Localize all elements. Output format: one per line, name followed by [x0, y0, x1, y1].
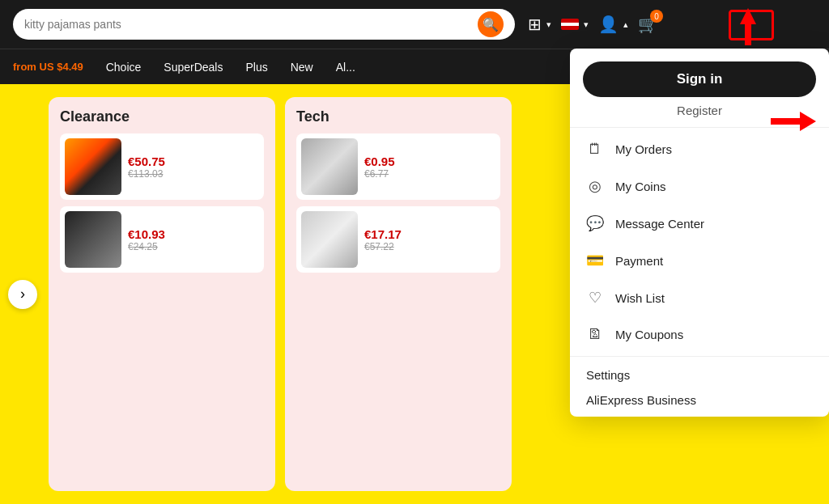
menu-item-label: Payment: [615, 254, 663, 268]
cart-badge: 0: [650, 10, 663, 23]
coins-icon: ◎: [586, 177, 604, 195]
price-new: €17.17: [364, 227, 402, 241]
coupons-icon: 🖻: [586, 326, 604, 343]
clearance-card-title: Clearance: [60, 108, 264, 125]
user-dropdown-menu: Sign in Register 🗒 My Orders ◎ My Coins …: [570, 49, 829, 417]
menu-item-label: My Orders: [615, 142, 672, 156]
search-icon: 🔍: [483, 17, 499, 32]
qr-chevron-icon: ▾: [546, 19, 551, 30]
product-image: [65, 211, 121, 268]
signin-button[interactable]: Sign in: [583, 61, 816, 97]
clearance-card: Clearance €50.75 €113.03 €10.93 €24.25: [49, 97, 275, 491]
nav-item-superdeals[interactable]: SuperDeals: [164, 61, 223, 74]
price-new: €10.93: [128, 227, 165, 241]
search-input[interactable]: [24, 18, 478, 31]
divider-2: [570, 356, 829, 357]
language-button[interactable]: ▾: [561, 19, 589, 30]
menu-item-wish-list[interactable]: ♡ Wish List: [570, 279, 829, 316]
price-old: €6.77: [364, 168, 395, 180]
price-block: €10.93 €24.25: [128, 227, 165, 252]
carousel-next-button[interactable]: ›: [8, 280, 37, 309]
search-bar: 🔍: [13, 9, 515, 40]
search-button[interactable]: 🔍: [478, 11, 504, 37]
menu-item-my-coupons[interactable]: 🖻 My Coupons: [570, 316, 829, 353]
menu-item-label: Message Center: [615, 217, 704, 231]
tech-items: €0.95 €6.77 €17.17 €57.22: [296, 133, 500, 273]
nav-price: from US $4.49: [13, 61, 83, 73]
list-item[interactable]: €10.93 €24.25: [60, 206, 264, 273]
clearance-items: €50.75 €113.03 €10.93 €24.25: [60, 133, 264, 273]
user-button[interactable]: 👤 ▴: [598, 15, 628, 34]
menu-item-label: Settings: [586, 368, 630, 382]
menu-item-label: My Coins: [615, 180, 666, 193]
menu-item-payment[interactable]: 💳 Payment: [570, 242, 829, 279]
header: 🔍 ⊞ ▾ ▾ 👤 ▴ 🛒 0: [0, 0, 829, 49]
product-image: [301, 211, 358, 268]
price-old: €113.03: [128, 168, 165, 180]
price-old: €57.22: [364, 241, 402, 252]
price-block: €50.75 €113.03: [128, 155, 165, 180]
menu-item-label: AliExpress Business: [586, 393, 696, 407]
menu-item-aliexpress-business[interactable]: AliExpress Business: [570, 385, 829, 410]
message-icon: 💬: [586, 214, 604, 232]
nav-item-new[interactable]: New: [291, 61, 313, 74]
product-image: [301, 138, 358, 195]
nav-item-plus[interactable]: Plus: [245, 61, 267, 74]
divider: [570, 127, 829, 128]
list-item[interactable]: €0.95 €6.77: [296, 133, 500, 200]
menu-item-message-center[interactable]: 💬 Message Center: [570, 205, 829, 242]
menu-item-my-coins[interactable]: ◎ My Coins: [570, 167, 829, 205]
list-item[interactable]: €17.17 €57.22: [296, 206, 500, 273]
menu-item-settings[interactable]: Settings: [570, 360, 829, 385]
user-chevron-icon: ▴: [623, 19, 628, 30]
price-new: €50.75: [128, 155, 165, 168]
list-item[interactable]: €50.75 €113.03: [60, 133, 264, 200]
orders-icon: 🗒: [586, 141, 604, 158]
price-new: €0.95: [364, 155, 395, 168]
cart-button[interactable]: 🛒 0: [638, 15, 658, 34]
price-block: €0.95 €6.77: [364, 155, 395, 180]
price-old: €24.25: [128, 241, 165, 252]
user-icon: 👤: [598, 15, 619, 34]
nav-item-choice[interactable]: Choice: [106, 61, 142, 74]
menu-item-label: My Coupons: [615, 328, 683, 341]
tech-card-title: Tech: [296, 108, 500, 125]
price-block: €17.17 €57.22: [364, 227, 402, 252]
flag-icon: [561, 19, 579, 30]
menu-item-my-orders[interactable]: 🗒 My Orders: [570, 131, 829, 167]
lang-chevron-icon: ▾: [584, 19, 589, 30]
payment-icon: 💳: [586, 252, 604, 269]
register-link[interactable]: Register: [570, 104, 829, 117]
nav-item-more[interactable]: Al...: [336, 61, 355, 74]
header-icons: ⊞ ▾ ▾ 👤 ▴ 🛒 0: [528, 15, 658, 34]
qr-button[interactable]: ⊞ ▾: [528, 15, 551, 34]
tech-card: Tech €0.95 €6.77 €17.17 €57.22: [285, 97, 512, 491]
menu-item-label: Wish List: [615, 291, 665, 305]
wishlist-icon: ♡: [586, 289, 604, 307]
chevron-right-icon: ›: [20, 286, 25, 303]
product-image: [65, 138, 121, 195]
qr-icon: ⊞: [528, 15, 542, 34]
